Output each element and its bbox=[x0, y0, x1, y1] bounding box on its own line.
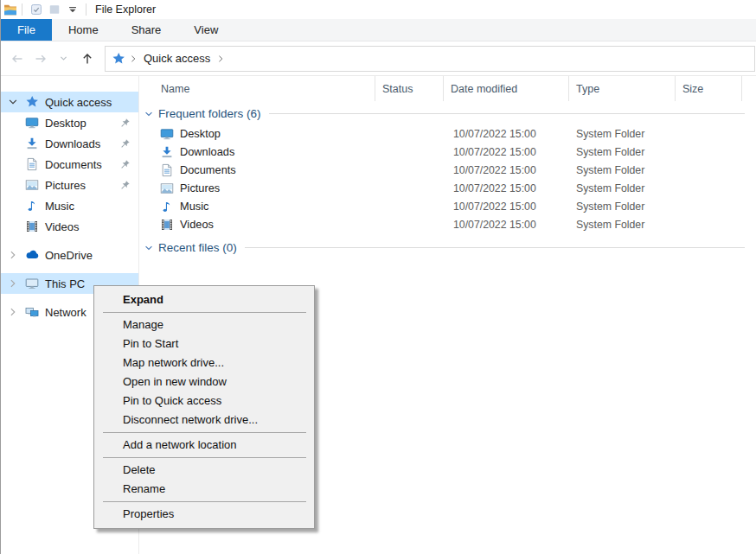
quick-access-star-icon bbox=[112, 52, 125, 66]
ribbon-tab-bar: FileHomeShareView bbox=[1, 19, 756, 41]
desktop-icon bbox=[160, 127, 174, 141]
group-count: (6) bbox=[247, 107, 261, 120]
downloads-icon bbox=[25, 137, 39, 150]
tab-file[interactable]: File bbox=[1, 19, 52, 41]
small-chevron-down-icon bbox=[59, 54, 68, 63]
desktop-icon bbox=[25, 116, 39, 130]
breadcrumb-chevron-icon[interactable] bbox=[216, 54, 225, 63]
menu-item-add-a-network-location[interactable]: Add a network location bbox=[94, 436, 314, 455]
file-row-documents[interactable]: Documents 10/07/2022 15:00 System Folder bbox=[139, 161, 756, 179]
menu-item-expand[interactable]: Expand bbox=[94, 290, 314, 309]
sidebar-item-pictures[interactable]: Pictures bbox=[1, 175, 138, 195]
frequent-folders-list: Desktop 10/07/2022 15:00 System Folder D… bbox=[139, 124, 756, 233]
sidebar-item-downloads[interactable]: Downloads bbox=[1, 133, 138, 154]
group-rule bbox=[245, 247, 745, 248]
tree-chevron-right-icon[interactable] bbox=[7, 306, 19, 318]
group-rule bbox=[269, 113, 745, 114]
file-row-downloads[interactable]: Downloads 10/07/2022 15:00 System Folder bbox=[139, 143, 756, 161]
titlebar-separator bbox=[86, 3, 86, 16]
up-button[interactable] bbox=[75, 48, 99, 70]
menu-item-pin-to-start[interactable]: Pin to Start bbox=[94, 334, 314, 353]
forward-button[interactable] bbox=[29, 48, 52, 70]
tab-view[interactable]: View bbox=[177, 19, 234, 41]
back-button[interactable] bbox=[5, 48, 29, 70]
file-explorer-window: File Explorer FileHomeShareView Quick ac… bbox=[0, 0, 756, 554]
sidebar-item-videos[interactable]: Videos bbox=[1, 216, 138, 237]
toolbar-dropdown-icon bbox=[67, 3, 79, 16]
sidebar-item-desktop[interactable]: Desktop bbox=[1, 112, 138, 133]
column-header-type[interactable]: Type bbox=[569, 76, 676, 101]
menu-item-properties[interactable]: Properties bbox=[94, 505, 314, 524]
pin-icon bbox=[119, 138, 131, 150]
tab-share[interactable]: Share bbox=[115, 19, 178, 41]
file-row-pictures[interactable]: Pictures 10/07/2022 15:00 System Folder bbox=[139, 179, 756, 197]
network-icon bbox=[25, 305, 39, 319]
menu-separator bbox=[103, 457, 306, 458]
tree-chevron-down-icon[interactable] bbox=[7, 96, 19, 108]
sidebar-item-quick-access[interactable]: Quick access bbox=[1, 92, 138, 112]
menu-item-pin-to-quick-access[interactable]: Pin to Quick access bbox=[94, 392, 314, 411]
videos-icon bbox=[160, 218, 174, 232]
menu-item-manage[interactable]: Manage bbox=[94, 315, 314, 334]
pictures-icon bbox=[160, 181, 174, 195]
back-arrow-icon bbox=[10, 52, 24, 66]
qat-customize-button[interactable] bbox=[63, 2, 81, 18]
quick-access-star-icon bbox=[25, 95, 39, 109]
column-header-size[interactable]: Size bbox=[676, 76, 742, 101]
group-header-recent-files[interactable]: Recent files (0) bbox=[144, 241, 745, 254]
file-explorer-app-icon bbox=[3, 3, 17, 16]
menu-separator bbox=[103, 432, 306, 433]
pin-icon bbox=[119, 118, 131, 129]
qat-new-folder-button[interactable] bbox=[45, 2, 63, 18]
navigation-toolbar: Quick access bbox=[1, 41, 756, 76]
new-folder-icon bbox=[48, 3, 61, 16]
documents-icon bbox=[160, 163, 174, 177]
group-chevron-icon[interactable] bbox=[144, 109, 154, 119]
group-chevron-icon[interactable] bbox=[144, 243, 154, 253]
menu-separator bbox=[103, 501, 306, 502]
menu-item-delete[interactable]: Delete bbox=[94, 461, 314, 480]
pin-icon bbox=[119, 180, 131, 191]
group-label: Frequent folders bbox=[158, 107, 243, 120]
sidebar-item-documents[interactable]: Documents bbox=[1, 154, 138, 175]
window-title: File Explorer bbox=[95, 3, 156, 16]
menu-separator bbox=[103, 312, 306, 313]
menu-item-open-in-new-window[interactable]: Open in new window bbox=[94, 373, 314, 392]
tree-chevron-right-icon[interactable] bbox=[7, 277, 19, 290]
music-icon bbox=[160, 200, 174, 213]
column-headers: NameStatusDate modifiedTypeSize bbox=[139, 76, 756, 101]
context-menu: ExpandManagePin to StartMap network driv… bbox=[93, 285, 315, 529]
properties-check-icon bbox=[30, 3, 42, 16]
up-arrow-icon bbox=[80, 52, 94, 66]
group-count: (0) bbox=[222, 241, 237, 254]
onedrive-icon bbox=[25, 248, 39, 262]
qat-properties-button[interactable] bbox=[27, 2, 45, 18]
videos-icon bbox=[25, 220, 39, 233]
pin-icon bbox=[119, 159, 131, 170]
file-row-desktop[interactable]: Desktop 10/07/2022 15:00 System Folder bbox=[139, 124, 756, 143]
sidebar-item-music[interactable]: Music bbox=[1, 195, 138, 216]
forward-arrow-icon bbox=[34, 52, 48, 66]
address-bar[interactable]: Quick access bbox=[105, 46, 755, 72]
recent-locations-button[interactable] bbox=[52, 48, 75, 70]
column-header-name[interactable]: Name bbox=[139, 76, 375, 101]
breadcrumb[interactable]: Quick access bbox=[141, 52, 213, 65]
breadcrumb-chevron-icon[interactable] bbox=[129, 54, 138, 63]
column-header-status[interactable]: Status bbox=[375, 76, 444, 101]
tab-home[interactable]: Home bbox=[52, 19, 115, 41]
file-row-music[interactable]: Music 10/07/2022 15:00 System Folder bbox=[139, 197, 756, 215]
music-icon bbox=[25, 199, 39, 213]
sidebar-item-onedrive[interactable]: OneDrive bbox=[1, 245, 138, 265]
titlebar: File Explorer bbox=[1, 0, 756, 19]
menu-item-map-network-drive[interactable]: Map network drive... bbox=[94, 353, 314, 373]
menu-item-disconnect-network-drive[interactable]: Disconnect network drive... bbox=[94, 411, 314, 430]
pictures-icon bbox=[25, 178, 39, 192]
menu-item-rename[interactable]: Rename bbox=[94, 480, 314, 499]
nav-buttons bbox=[1, 48, 99, 70]
tree-chevron-right-icon[interactable] bbox=[7, 249, 19, 261]
column-header-date-modified[interactable]: Date modified bbox=[444, 76, 569, 101]
file-row-videos[interactable]: Videos 10/07/2022 15:00 System Folder bbox=[139, 215, 756, 233]
documents-icon bbox=[25, 157, 39, 171]
group-header-frequent-folders[interactable]: Frequent folders (6) bbox=[144, 107, 745, 120]
titlebar-separator bbox=[22, 3, 22, 16]
